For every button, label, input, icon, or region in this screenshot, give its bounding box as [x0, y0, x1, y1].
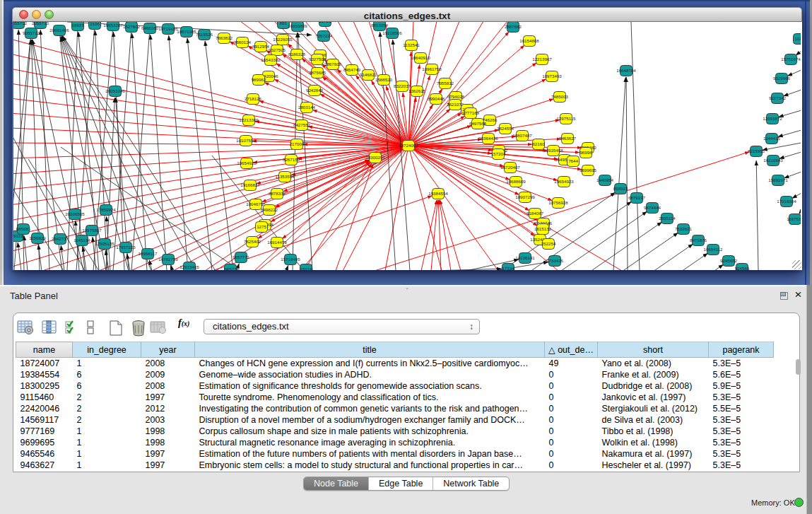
svg-text:18640910: 18640910 — [411, 55, 430, 60]
svg-text:10107552: 10107552 — [236, 138, 256, 143]
svg-text:17957223: 17957223 — [116, 245, 136, 250]
svg-text:16914479: 16914479 — [267, 240, 287, 245]
svg-text:2055713: 2055713 — [32, 22, 49, 25]
svg-text:15692971: 15692971 — [768, 177, 788, 182]
svg-text:16210643: 16210643 — [763, 158, 783, 163]
svg-text:16782759: 16782759 — [158, 257, 178, 262]
svg-text:62160: 62160 — [532, 141, 545, 146]
svg-text:10961758: 10961758 — [422, 66, 442, 71]
svg-text:20691406: 20691406 — [49, 28, 69, 33]
svg-text:9463627: 9463627 — [559, 136, 577, 141]
svg-text:7625402: 7625402 — [244, 239, 261, 244]
svg-text:881: 881 — [280, 22, 288, 25]
svg-text:12093872: 12093872 — [763, 116, 782, 121]
svg-text:10975887: 10975887 — [82, 228, 102, 233]
svg-text:12213369: 12213369 — [239, 117, 259, 122]
svg-text:9329966: 9329966 — [773, 76, 791, 81]
svg-text:17334: 17334 — [502, 266, 514, 270]
svg-text:19654923: 19654923 — [554, 179, 574, 184]
svg-text:1156829: 1156829 — [29, 235, 46, 240]
svg-text:9146821: 9146821 — [360, 72, 377, 77]
svg-text:15226055: 15226055 — [273, 37, 293, 42]
svg-text:858923: 858923 — [613, 186, 628, 191]
svg-text:8912954: 8912954 — [252, 44, 270, 49]
svg-text:1362615: 1362615 — [408, 88, 426, 93]
svg-text:2803144: 2803144 — [298, 105, 316, 110]
svg-text:11353594: 11353594 — [275, 174, 295, 179]
svg-text:1440954: 1440954 — [596, 177, 614, 182]
svg-text:15720407: 15720407 — [500, 165, 520, 170]
svg-text:9474444: 9474444 — [644, 205, 661, 210]
svg-text:1275: 1275 — [257, 224, 266, 229]
svg-text:9327505: 9327505 — [269, 47, 286, 52]
svg-text:10935458: 10935458 — [543, 148, 563, 153]
svg-text:10671385: 10671385 — [177, 29, 196, 34]
svg-text:96996: 96996 — [579, 150, 592, 155]
svg-text:9184067: 9184067 — [526, 211, 544, 216]
svg-text:157204: 157204 — [491, 151, 506, 156]
svg-text:685081: 685081 — [16, 226, 31, 231]
svg-text:9227342: 9227342 — [769, 95, 787, 100]
svg-text:55723: 55723 — [319, 22, 331, 23]
svg-text:1733426: 1733426 — [546, 258, 564, 263]
svg-text:10654112: 10654112 — [703, 247, 723, 252]
svg-text:1167534: 1167534 — [787, 216, 801, 221]
svg-text:8471876: 8471876 — [690, 238, 707, 243]
svg-text:924565: 924565 — [735, 266, 750, 270]
svg-text:15751074: 15751074 — [781, 57, 801, 62]
svg-text:6466160: 6466160 — [141, 25, 159, 30]
svg-text:9055712: 9055712 — [23, 30, 40, 35]
svg-text:989962: 989962 — [252, 77, 266, 82]
svg-text:252254: 252254 — [541, 241, 556, 246]
svg-text:8878332: 8878332 — [269, 191, 286, 196]
svg-text:18907299: 18907299 — [515, 194, 535, 199]
svg-text:96577: 96577 — [224, 267, 237, 270]
svg-text:6497568: 6497568 — [469, 121, 487, 126]
svg-text:7485003: 7485003 — [551, 94, 569, 99]
svg-text:9242848: 9242848 — [306, 88, 324, 93]
svg-text:16648784: 16648784 — [616, 68, 636, 73]
svg-text:10973493: 10973493 — [542, 74, 562, 78]
svg-text:20364436: 20364436 — [478, 136, 498, 141]
svg-text:2106: 2106 — [90, 22, 100, 26]
svg-text:9327508: 9327508 — [309, 57, 326, 62]
svg-text:8186328: 8186328 — [288, 52, 306, 57]
svg-text:9245652: 9245652 — [720, 258, 738, 263]
svg-text:10719185: 10719185 — [158, 26, 178, 31]
svg-text:10688609: 10688609 — [506, 179, 526, 184]
svg-text:10958117: 10958117 — [138, 251, 158, 256]
svg-text:9055712: 9055712 — [13, 22, 28, 25]
svg-text:20053346: 20053346 — [105, 88, 125, 93]
svg-text:19218506: 19218506 — [382, 30, 402, 35]
svg-text:19166827: 19166827 — [240, 182, 260, 187]
svg-text:10807487: 10807487 — [512, 133, 532, 138]
svg-text:10653287: 10653287 — [103, 23, 123, 28]
svg-text:3624554: 3624554 — [497, 126, 514, 131]
svg-text:19384554: 19384554 — [428, 191, 448, 196]
svg-text:2942737: 2942737 — [52, 236, 69, 241]
svg-text:8267150: 8267150 — [283, 157, 300, 162]
svg-text:1588520: 1588520 — [375, 77, 393, 82]
svg-text:10046755: 10046755 — [246, 201, 266, 206]
svg-text:17016504: 17016504 — [777, 199, 796, 204]
svg-text:6794028: 6794028 — [447, 94, 465, 99]
svg-text:10756928: 10756928 — [548, 200, 568, 205]
svg-text:1244415: 1244415 — [763, 136, 781, 141]
svg-text:7357224: 7357224 — [315, 33, 333, 38]
svg-text:1615132: 1615132 — [534, 226, 552, 231]
svg-text:2718126: 2718126 — [245, 96, 262, 101]
svg-text:9699695: 9699695 — [579, 168, 597, 173]
svg-text:1112: 1112 — [795, 36, 801, 41]
svg-text:18724007: 18724007 — [399, 143, 418, 148]
svg-text:1527602: 1527602 — [123, 24, 141, 29]
svg-text:2935114: 2935114 — [659, 216, 676, 221]
svg-text:12923465: 12923465 — [180, 264, 199, 269]
svg-text:7515526: 7515526 — [196, 32, 213, 37]
svg-text:9777169: 9777169 — [462, 110, 480, 115]
svg-text:16154808: 16154808 — [519, 38, 539, 43]
svg-text:8660124: 8660124 — [234, 40, 252, 45]
svg-text:2867608: 2867608 — [324, 62, 342, 66]
svg-text:8990448: 8990448 — [428, 96, 445, 101]
svg-text:6879197: 6879197 — [628, 195, 646, 200]
svg-text:16543382: 16543382 — [261, 57, 281, 62]
